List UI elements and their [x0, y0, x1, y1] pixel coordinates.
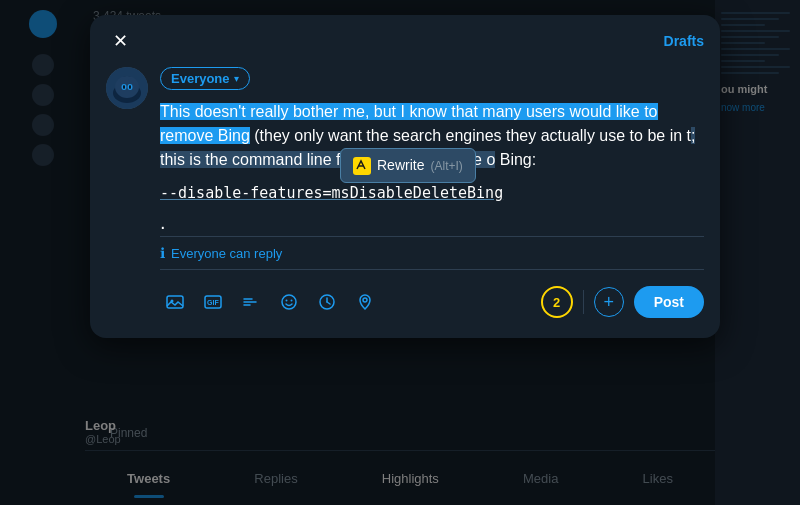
rewrite-label: Rewrite	[377, 155, 424, 176]
svg-point-9	[129, 85, 131, 89]
add-tweet-button[interactable]: +	[594, 287, 624, 317]
reply-permission-text: Everyone can reply	[171, 246, 282, 261]
tweet-body-3: Bing:	[495, 151, 536, 168]
svg-rect-11	[167, 296, 183, 308]
location-icon[interactable]	[350, 287, 380, 317]
compose-modal: ✕ Drafts	[90, 15, 720, 338]
svg-point-20	[291, 300, 293, 302]
drafts-button[interactable]: Drafts	[664, 33, 704, 49]
tweet-text-area[interactable]: This doesn't really bother me, but I kno…	[160, 100, 704, 172]
tweet-body-1: (they only want the search engines they …	[250, 127, 691, 144]
audience-label: Everyone	[171, 71, 230, 86]
svg-line-23	[327, 302, 330, 304]
modal-body: Everyone ▾ This doesn't really bother me…	[90, 67, 720, 338]
emoji-icon[interactable]	[274, 287, 304, 317]
info-icon: ℹ	[160, 245, 165, 261]
image-icon[interactable]	[160, 287, 190, 317]
svg-text:GIF: GIF	[207, 299, 219, 306]
svg-point-24	[363, 298, 367, 302]
compose-column: Everyone ▾ This doesn't really bother me…	[160, 67, 704, 326]
chevron-down-icon: ▾	[234, 73, 239, 84]
reply-permission[interactable]: ℹ Everyone can reply	[160, 236, 704, 270]
compose-toolbar: GIF	[160, 278, 704, 326]
svg-point-3	[115, 76, 139, 98]
rewrite-tooltip[interactable]: Rewrite (Alt+I)	[340, 148, 476, 183]
close-button[interactable]: ✕	[106, 27, 134, 55]
audience-selector[interactable]: Everyone ▾	[160, 67, 250, 90]
svg-point-8	[123, 85, 125, 89]
modal-header: ✕ Drafts	[90, 15, 720, 67]
character-counter: 2	[541, 286, 573, 318]
rewrite-shortcut: (Alt+I)	[430, 157, 462, 175]
toolbar-divider	[583, 290, 584, 314]
gif-icon[interactable]: GIF	[198, 287, 228, 317]
avatar-column	[106, 67, 148, 326]
avatar	[106, 67, 148, 109]
code-line: --disable-features=msDisableDeleteBing	[160, 184, 704, 202]
svg-point-19	[286, 300, 288, 302]
toolbar-right: 2 + Post	[541, 286, 704, 318]
svg-point-18	[282, 295, 296, 309]
poll-icon[interactable]	[236, 287, 266, 317]
schedule-icon[interactable]	[312, 287, 342, 317]
post-button[interactable]: Post	[634, 286, 704, 318]
bullet-point: .	[160, 212, 704, 232]
rewrite-icon	[353, 157, 371, 175]
